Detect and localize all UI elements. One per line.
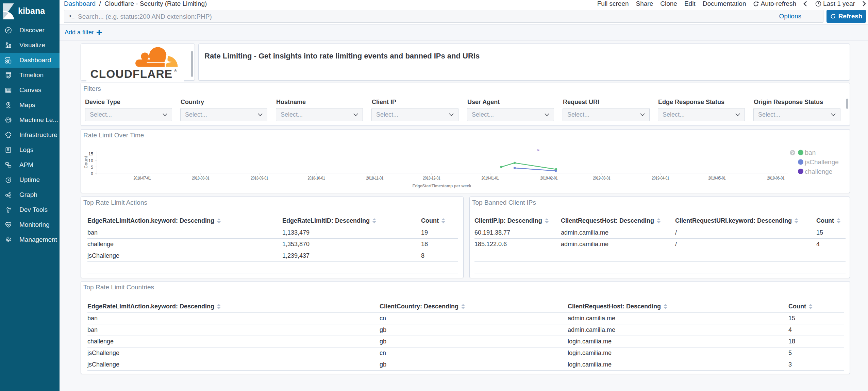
svg-text:ban: ban (805, 149, 816, 156)
svg-text:2018-11-01: 2018-11-01 (366, 176, 384, 181)
svg-text:2019-02-01: 2019-02-01 (540, 176, 558, 181)
svg-text:2018-09-01: 2018-09-01 (251, 176, 268, 181)
svg-text:2019-01-01: 2019-01-01 (482, 176, 499, 181)
svg-text:5: 5 (91, 165, 93, 170)
svg-text:2019-06-01: 2019-06-01 (767, 176, 785, 181)
svg-text:2018-12-01: 2018-12-01 (423, 176, 440, 181)
svg-text:CLOUDFLARE: CLOUDFLARE (90, 68, 173, 80)
svg-text:Count: Count (83, 156, 88, 169)
svg-text:10: 10 (88, 158, 93, 163)
svg-text:15: 15 (88, 152, 93, 156)
svg-text:2018-08-01: 2018-08-01 (192, 176, 210, 181)
svg-text:challenge: challenge (805, 168, 832, 175)
svg-text:2019-04-01: 2019-04-01 (652, 176, 669, 181)
svg-text:2018-10-01: 2018-10-01 (308, 176, 325, 181)
svg-text:2018-07-01: 2018-07-01 (134, 176, 151, 181)
svg-text:2019-05-01: 2019-05-01 (708, 176, 726, 181)
svg-text:jsChallenge: jsChallenge (805, 158, 839, 166)
svg-text:0: 0 (91, 171, 93, 176)
svg-text:®: ® (174, 69, 177, 73)
svg-text:2019-03-01: 2019-03-01 (593, 176, 611, 181)
svg-text:EdgeStartTimestamp per week: EdgeStartTimestamp per week (413, 183, 471, 188)
